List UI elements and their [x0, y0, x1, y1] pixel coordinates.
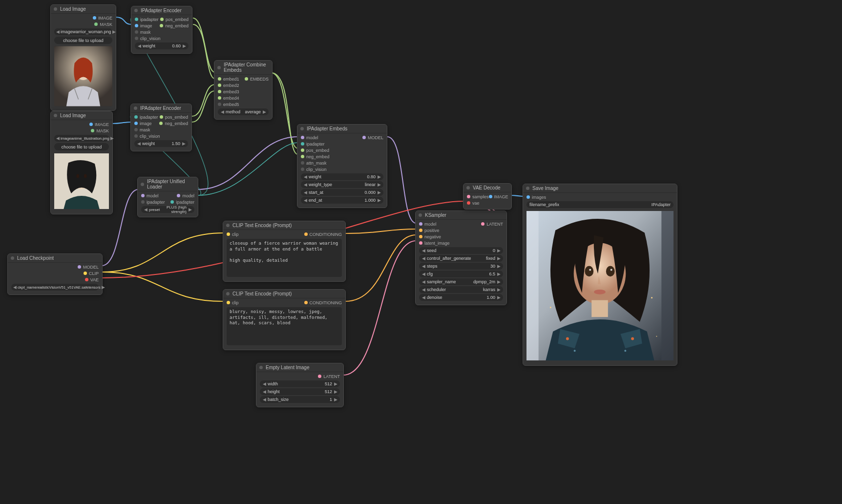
- image-select-widget[interactable]: ◀ image anime_illustration.png ▶: [54, 135, 109, 142]
- input-mask[interactable]: mask: [134, 127, 150, 132]
- node-title[interactable]: Empty Latent Image: [256, 363, 343, 372]
- node-load-image-1[interactable]: Load Image IMAGE MASK ◀ image warrior_wo…: [50, 4, 116, 111]
- steps-widget[interactable]: ◀steps30▶: [419, 263, 503, 270]
- cfg-widget[interactable]: ◀cfg6.5▶: [419, 271, 503, 277]
- chevron-right-icon[interactable]: ▶: [262, 109, 267, 114]
- input-attn-mask[interactable]: attn_mask: [301, 161, 327, 166]
- node-title[interactable]: IPAdapter Encoder: [131, 104, 191, 113]
- output-conditioning[interactable]: CONDITIONING: [304, 300, 342, 305]
- filename-prefix-widget[interactable]: filename_prefix IPAdapter: [526, 201, 674, 208]
- node-ipadapter-encoder-2[interactable]: IPAdapter Encoder ipadapter pos_embed im…: [130, 104, 192, 151]
- prompt-textarea[interactable]: blurry, noisy, messy, lowres, jpeg, arti…: [227, 307, 342, 345]
- weight-type-widget[interactable]: ◀weight_typelinear▶: [301, 181, 383, 188]
- input-vae[interactable]: vae: [467, 201, 480, 206]
- input-embed3[interactable]: embed3: [218, 89, 239, 94]
- chevron-left-icon[interactable]: ◀: [13, 285, 17, 290]
- input-pos-embed[interactable]: pos_embed: [301, 148, 329, 153]
- node-ipadapter-unified-loader[interactable]: IPAdapter Unified Loader model model ipa…: [137, 177, 198, 217]
- chevron-left-icon[interactable]: ◀: [220, 109, 225, 114]
- sampler-name-widget[interactable]: ◀sampler_namedpmpp_2m▶: [419, 278, 503, 285]
- collapse-dot-icon[interactable]: [466, 186, 470, 189]
- collapse-dot-icon[interactable]: [134, 106, 137, 110]
- input-clip-vision[interactable]: clip_vision: [301, 167, 327, 172]
- seed-widget[interactable]: ◀seed0▶: [419, 247, 503, 254]
- input-embed5[interactable]: embed5: [218, 102, 239, 107]
- input-clip-vision[interactable]: clip_vision: [135, 36, 161, 41]
- node-title[interactable]: CLIP Text Encode (Prompt): [223, 221, 345, 230]
- weight-widget[interactable]: ◀ weight 1.50 ▶: [134, 140, 188, 147]
- chevron-left-icon[interactable]: ◀: [143, 207, 148, 212]
- input-mask[interactable]: mask: [135, 30, 151, 35]
- collapse-dot-icon[interactable]: [141, 183, 144, 186]
- denoise-widget[interactable]: ◀denoise1.00▶: [419, 294, 503, 301]
- output-pos-embed[interactable]: pos_embed: [160, 17, 189, 22]
- chevron-right-icon[interactable]: ▶: [188, 207, 192, 212]
- output-model[interactable]: MODEL: [362, 135, 383, 140]
- collapse-dot-icon[interactable]: [259, 366, 263, 369]
- output-model[interactable]: model: [177, 193, 194, 198]
- node-clip-text-encode-positive[interactable]: CLIP Text Encode (Prompt) clip CONDITION…: [223, 221, 346, 282]
- output-ipadapter[interactable]: ipadapter: [170, 200, 194, 205]
- node-title[interactable]: IPAdapter Encoder: [131, 6, 192, 15]
- output-latent[interactable]: LATENT: [318, 374, 340, 379]
- node-title[interactable]: VAE Decode: [463, 184, 511, 192]
- input-ipadapter[interactable]: ipadapter: [301, 142, 325, 147]
- collapse-dot-icon[interactable]: [226, 292, 230, 295]
- output-conditioning[interactable]: CONDITIONING: [304, 232, 342, 237]
- output-neg-embed[interactable]: neg_embed: [160, 23, 189, 28]
- input-neg-embed[interactable]: neg_embed: [301, 154, 330, 159]
- node-ipadapter-combine-embeds[interactable]: IPAdapter Combine Embeds embed1 EMBEDS e…: [214, 60, 273, 120]
- chevron-left-icon[interactable]: ◀: [137, 43, 142, 48]
- collapse-dot-icon[interactable]: [217, 66, 221, 69]
- node-title[interactable]: IPAdapter Embeds: [297, 125, 387, 133]
- output-vae[interactable]: VAE: [85, 277, 99, 282]
- node-load-checkpoint[interactable]: Load Checkpoint MODEL CLIP VAE ◀ ckpt_na…: [7, 253, 103, 295]
- output-image[interactable]: IMAGE: [489, 194, 508, 199]
- scheduler-widget[interactable]: ◀schedulerkarras▶: [419, 286, 503, 293]
- collapse-dot-icon[interactable]: [54, 114, 57, 117]
- input-ipadapter[interactable]: ipadapter: [134, 115, 158, 120]
- node-ksampler[interactable]: KSampler model LATENT positive negative …: [415, 210, 507, 305]
- collapse-dot-icon[interactable]: [11, 256, 14, 260]
- node-title[interactable]: Load Image: [51, 111, 112, 120]
- output-latent[interactable]: LATENT: [481, 222, 503, 227]
- chevron-right-icon[interactable]: ▶: [112, 29, 116, 34]
- node-save-image[interactable]: Save Image images filename_prefix IPAdap…: [523, 184, 677, 366]
- node-title[interactable]: CLIP Text Encode (Prompt): [223, 290, 345, 298]
- collapse-dot-icon[interactable]: [226, 224, 230, 227]
- input-samples[interactable]: samples: [467, 194, 489, 199]
- collapse-dot-icon[interactable]: [419, 213, 422, 217]
- input-embed4[interactable]: embed4: [218, 96, 239, 101]
- collapse-dot-icon[interactable]: [526, 187, 529, 190]
- image-select-widget[interactable]: ◀ image warrior_woman.png ▶: [54, 28, 112, 35]
- end-at-widget[interactable]: ◀end_at1.000▶: [301, 197, 383, 204]
- node-title[interactable]: Load Checkpoint: [8, 254, 102, 263]
- input-positive[interactable]: positive: [419, 228, 440, 233]
- input-ipadapter[interactable]: ipadapter: [141, 200, 165, 205]
- output-mask[interactable]: MASK: [94, 22, 112, 27]
- input-negative[interactable]: negative: [419, 234, 441, 239]
- node-load-image-2[interactable]: Load Image IMAGE MASK ◀ image anime_illu…: [50, 111, 113, 214]
- start-at-widget[interactable]: ◀start_at0.000▶: [301, 189, 383, 196]
- output-pos-embed[interactable]: pos_embed: [160, 115, 188, 120]
- control-after-generate-widget[interactable]: ◀control_after_generatefixed▶: [419, 255, 503, 262]
- chevron-left-icon[interactable]: ◀: [56, 136, 60, 141]
- node-ipadapter-embeds[interactable]: IPAdapter Embeds model MODEL ipadapter p…: [297, 124, 387, 208]
- height-widget[interactable]: ◀height512▶: [260, 388, 340, 395]
- input-latent-image[interactable]: latent_image: [419, 241, 450, 246]
- output-image[interactable]: IMAGE: [89, 122, 109, 127]
- output-image[interactable]: IMAGE: [93, 16, 112, 21]
- chevron-right-icon[interactable]: ▶: [110, 136, 114, 141]
- upload-button[interactable]: choose file to upload: [54, 143, 109, 150]
- input-model[interactable]: model: [301, 135, 318, 140]
- node-ipadapter-encoder-1[interactable]: IPAdapter Encoder ipadapter pos_embed im…: [131, 6, 192, 54]
- input-clip[interactable]: clip: [227, 300, 239, 305]
- collapse-dot-icon[interactable]: [300, 127, 304, 130]
- collapse-dot-icon[interactable]: [54, 7, 57, 11]
- input-embed1[interactable]: embed1: [218, 77, 239, 82]
- node-title[interactable]: IPAdapter Unified Loader: [138, 177, 198, 191]
- upload-button[interactable]: choose file to upload: [54, 37, 112, 44]
- batch-size-widget[interactable]: ◀batch_size1▶: [260, 396, 340, 403]
- chevron-right-icon[interactable]: ▶: [181, 141, 186, 146]
- output-neg-embed[interactable]: neg_embed: [159, 121, 188, 126]
